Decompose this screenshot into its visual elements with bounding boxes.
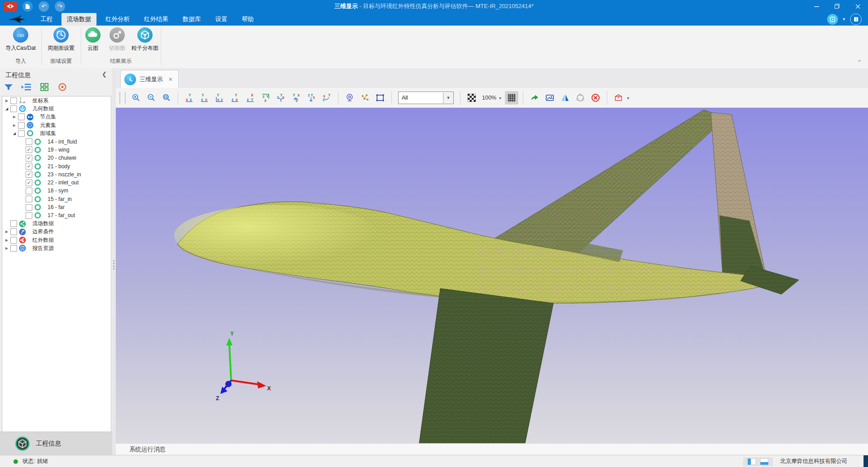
layout-bottom-icon[interactable] [760,458,768,465]
checkbox[interactable]: ✓ [26,171,32,178]
tab-3d-view[interactable]: 三维显示 ✕ [120,70,179,88]
checkbox[interactable]: ✓ [26,163,32,170]
tree-item[interactable]: ▶节点集 [2,113,111,121]
checkbox[interactable] [26,138,32,145]
restore-button[interactable] [827,0,847,13]
tree-item[interactable]: 16 - far [2,203,111,211]
expander-icon[interactable]: ▶ [4,230,9,234]
menu-item-红外结果[interactable]: 红外结果 [139,13,174,26]
checkbox[interactable] [10,245,17,252]
menu-item-设置[interactable]: 设置 [210,13,233,26]
combo-dropdown-icon[interactable]: ▼ [443,92,453,103]
expander-icon[interactable]: ◢ [12,131,17,135]
checkbox[interactable] [18,122,25,129]
tree-item[interactable]: 流场数据 [2,219,111,227]
tree-item[interactable]: ▶元素集 [2,121,111,129]
layout-left-icon[interactable] [748,458,756,465]
ribbon-button-粒子分布图[interactable]: 粒子分布图 [132,27,158,52]
pattern-icon[interactable] [465,91,478,105]
viewport-3d[interactable]: Y X Z [116,108,868,443]
tree-item[interactable]: ✓20 - chuiwei [2,154,111,162]
expander-icon[interactable]: ▶ [4,246,9,250]
minimize-button[interactable] [806,0,827,13]
export-icon[interactable] [528,91,541,105]
zoom-out-icon[interactable] [145,91,158,105]
toolbar-grip[interactable] [119,92,126,104]
tree-item[interactable]: ✓22 - inlet_out [2,179,111,187]
iso-view-4-icon[interactable]: zxY [320,91,333,105]
section-box-icon[interactable] [612,91,625,105]
tree-item[interactable]: ▶红外数据 [2,236,111,244]
expander-icon[interactable]: ▶ [4,238,9,242]
tree-item[interactable]: ◢几何数据 [2,105,111,113]
checkbox[interactable]: ✓ [26,146,32,153]
tree-item[interactable]: 17 - far_out [2,211,111,219]
view-right-icon[interactable]: Yzx [228,91,242,105]
menu-item-红外分析[interactable]: 红外分析 [100,13,135,26]
tree-item[interactable]: ▶边界条件 [2,228,111,236]
menu-item-流场数据[interactable]: 流场数据 [61,13,96,26]
view-front-icon[interactable]: xzY [183,91,196,105]
particles-icon[interactable] [358,91,372,105]
dropdown-caret-icon[interactable]: ▼ [842,17,846,22]
expander-icon[interactable]: ▶ [12,115,17,119]
section-box-caret-icon[interactable]: ▾ [627,96,629,100]
tab-close-icon[interactable]: ✕ [168,76,173,83]
tree-item[interactable]: 15 - far_in [2,195,111,203]
view-top-icon[interactable]: XzY [244,91,257,105]
panel-collapse-icon[interactable]: ❮ [102,71,107,78]
grid-toggle-icon[interactable] [505,91,518,105]
notebook-button[interactable] [850,13,862,25]
tree-item[interactable]: ✓19 - wing [2,146,111,154]
zoom-level-dropdown[interactable]: 100%▾ [482,95,501,101]
menu-item-数据库[interactable]: 数据库 [177,13,206,26]
iso-view-2-icon[interactable]: Yxz [289,91,303,105]
view-bottom-icon[interactable]: zYx [259,91,272,105]
grid-icon[interactable] [39,82,50,92]
tree-item[interactable]: ✓21 - body [2,162,111,170]
tree-item[interactable]: ◢面域集 [2,129,111,137]
close-button[interactable] [847,0,868,13]
checkbox[interactable] [26,196,32,202]
menu-item-工程[interactable]: 工程 [35,13,58,26]
probe-icon[interactable] [343,91,356,105]
menu-item-帮助[interactable]: 帮助 [237,13,259,26]
tree-item[interactable]: ▶YZX坐标系 [2,96,111,105]
expander-icon[interactable]: ▶ [4,99,9,103]
iso-view-3-icon[interactable]: zYx [305,91,318,105]
checkbox[interactable]: ✓ [26,155,32,161]
box-select-icon[interactable] [373,91,387,105]
clear-icon[interactable] [589,91,602,105]
view-back-icon[interactable]: Yzx [198,91,211,105]
checkbox[interactable] [18,113,25,120]
tree-item[interactable]: ✓23 - nozzle_in [2,170,111,179]
checkbox[interactable] [26,188,32,194]
filter-icon[interactable] [3,82,14,92]
screen-record-button[interactable] [827,14,838,25]
tree-item[interactable]: ▶报告资源 [2,244,111,252]
checkbox[interactable] [10,105,17,112]
list-icon[interactable] [21,82,32,92]
tree-item[interactable]: 18 - sym [2,187,111,195]
iso-view-1-icon[interactable]: zYx [274,91,288,105]
checkbox[interactable] [10,220,17,227]
checkbox[interactable] [26,204,32,211]
expander-icon[interactable]: ▶ [12,123,17,127]
panel-splitter[interactable] [112,68,116,455]
checkbox[interactable] [10,237,17,244]
ribbon-button-导入Cas/Dat[interactable]: cas导入Cas/Dat [5,27,35,52]
checkbox[interactable] [10,228,17,235]
checkbox[interactable] [18,130,25,137]
panel-footer-tab[interactable]: 工程信息 [0,432,112,455]
ribbon-button-云图[interactable]: 云图 [83,27,103,52]
checkbox[interactable] [10,97,17,104]
ribbon-button-周期面设置[interactable]: 周期面设置 [48,27,75,52]
checkbox[interactable]: ✓ [26,179,32,186]
tree-item[interactable]: 14 - int_fluid [2,137,111,145]
expander-icon[interactable]: ◢ [4,107,9,111]
zoom-fit-icon[interactable] [160,91,173,105]
target-icon[interactable] [57,82,68,92]
checkbox[interactable] [26,212,32,219]
ribbon-collapse-icon[interactable]: ⌃ [857,59,862,65]
zoom-in-icon[interactable] [129,91,143,105]
